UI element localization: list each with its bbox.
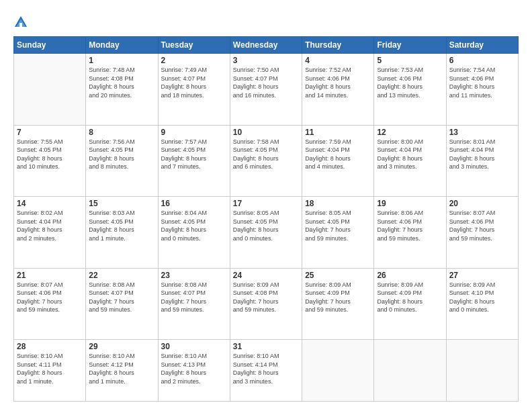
day-number: 26	[377, 271, 443, 280]
day-number: 4	[305, 56, 371, 65]
day-number: 5	[377, 56, 443, 65]
calendar-header-monday: Monday	[86, 37, 158, 54]
day-info: Sunrise: 8:10 AMSunset: 4:12 PMDaylight:…	[89, 352, 154, 385]
day-number: 8	[89, 128, 154, 137]
calendar-header-friday: Friday	[374, 37, 446, 54]
header	[13, 12, 519, 30]
day-info: Sunrise: 8:05 AMSunset: 4:05 PMDaylight:…	[305, 209, 371, 242]
calendar-cell: 3Sunrise: 7:50 AMSunset: 4:07 PMDaylight…	[230, 54, 302, 126]
day-info: Sunrise: 7:53 AMSunset: 4:06 PMDaylight:…	[377, 66, 443, 99]
calendar-cell: 29Sunrise: 8:10 AMSunset: 4:12 PMDayligh…	[86, 340, 158, 402]
calendar-header-thursday: Thursday	[302, 37, 374, 54]
calendar-header-sunday: Sunday	[14, 37, 86, 54]
day-number: 30	[161, 342, 227, 351]
day-info: Sunrise: 7:52 AMSunset: 4:06 PMDaylight:…	[305, 66, 371, 99]
day-number: 14	[17, 199, 83, 208]
day-info: Sunrise: 8:08 AMSunset: 4:07 PMDaylight:…	[161, 281, 227, 314]
day-info: Sunrise: 7:48 AMSunset: 4:08 PMDaylight:…	[89, 66, 154, 99]
day-info: Sunrise: 8:10 AMSunset: 4:11 PMDaylight:…	[17, 352, 83, 385]
day-number: 11	[305, 128, 371, 137]
day-info: Sunrise: 7:55 AMSunset: 4:05 PMDaylight:…	[17, 138, 83, 171]
day-number: 3	[233, 56, 299, 65]
calendar-cell: 11Sunrise: 7:59 AMSunset: 4:04 PMDayligh…	[302, 125, 374, 197]
day-number: 31	[233, 342, 299, 351]
day-number: 21	[17, 271, 83, 280]
calendar-cell: 25Sunrise: 8:09 AMSunset: 4:09 PMDayligh…	[302, 268, 374, 340]
day-info: Sunrise: 8:06 AMSunset: 4:06 PMDaylight:…	[377, 209, 443, 242]
calendar-week-row: 7Sunrise: 7:55 AMSunset: 4:05 PMDaylight…	[14, 125, 519, 197]
calendar-cell: 9Sunrise: 7:57 AMSunset: 4:05 PMDaylight…	[158, 125, 230, 197]
calendar-cell	[446, 340, 518, 402]
day-info: Sunrise: 7:58 AMSunset: 4:05 PMDaylight:…	[233, 138, 299, 171]
calendar-cell: 1Sunrise: 7:48 AMSunset: 4:08 PMDaylight…	[86, 54, 158, 126]
calendar-cell: 31Sunrise: 8:10 AMSunset: 4:14 PMDayligh…	[230, 340, 302, 402]
calendar-cell: 27Sunrise: 8:09 AMSunset: 4:10 PMDayligh…	[446, 268, 518, 340]
calendar-cell: 16Sunrise: 8:04 AMSunset: 4:05 PMDayligh…	[158, 197, 230, 269]
calendar-cell: 26Sunrise: 8:09 AMSunset: 4:09 PMDayligh…	[374, 268, 446, 340]
day-info: Sunrise: 8:04 AMSunset: 4:05 PMDaylight:…	[161, 209, 227, 242]
logo	[13, 15, 30, 30]
day-info: Sunrise: 8:09 AMSunset: 4:10 PMDaylight:…	[449, 281, 515, 314]
calendar-header-saturday: Saturday	[446, 37, 518, 54]
day-number: 7	[17, 128, 83, 137]
day-number: 9	[161, 128, 227, 137]
calendar-cell: 12Sunrise: 8:00 AMSunset: 4:04 PMDayligh…	[374, 125, 446, 197]
calendar-header-row: SundayMondayTuesdayWednesdayThursdayFrid…	[14, 37, 519, 54]
day-number: 25	[305, 271, 371, 280]
day-info: Sunrise: 7:57 AMSunset: 4:05 PMDaylight:…	[161, 138, 227, 171]
day-number: 20	[449, 199, 515, 208]
day-info: Sunrise: 8:03 AMSunset: 4:05 PMDaylight:…	[89, 209, 154, 242]
calendar-week-row: 28Sunrise: 8:10 AMSunset: 4:11 PMDayligh…	[14, 340, 519, 402]
calendar-cell: 18Sunrise: 8:05 AMSunset: 4:05 PMDayligh…	[302, 197, 374, 269]
calendar-cell: 21Sunrise: 8:07 AMSunset: 4:06 PMDayligh…	[14, 268, 86, 340]
page: SundayMondayTuesdayWednesdayThursdayFrid…	[0, 0, 532, 411]
day-info: Sunrise: 7:50 AMSunset: 4:07 PMDaylight:…	[233, 66, 299, 99]
calendar-week-row: 21Sunrise: 8:07 AMSunset: 4:06 PMDayligh…	[14, 268, 519, 340]
calendar-cell: 10Sunrise: 7:58 AMSunset: 4:05 PMDayligh…	[230, 125, 302, 197]
calendar-cell	[374, 340, 446, 402]
calendar-cell: 7Sunrise: 7:55 AMSunset: 4:05 PMDaylight…	[14, 125, 86, 197]
calendar-cell: 19Sunrise: 8:06 AMSunset: 4:06 PMDayligh…	[374, 197, 446, 269]
day-number: 2	[161, 56, 227, 65]
calendar-cell: 20Sunrise: 8:07 AMSunset: 4:06 PMDayligh…	[446, 197, 518, 269]
day-info: Sunrise: 8:05 AMSunset: 4:05 PMDaylight:…	[233, 209, 299, 242]
day-info: Sunrise: 8:08 AMSunset: 4:07 PMDaylight:…	[89, 281, 154, 314]
day-info: Sunrise: 8:01 AMSunset: 4:04 PMDaylight:…	[449, 138, 515, 171]
day-number: 19	[377, 199, 443, 208]
day-number: 6	[449, 56, 515, 65]
day-number: 23	[161, 271, 227, 280]
day-info: Sunrise: 7:54 AMSunset: 4:06 PMDaylight:…	[449, 66, 515, 99]
day-number: 15	[89, 199, 154, 208]
calendar-cell: 23Sunrise: 8:08 AMSunset: 4:07 PMDayligh…	[158, 268, 230, 340]
calendar-cell: 6Sunrise: 7:54 AMSunset: 4:06 PMDaylight…	[446, 54, 518, 126]
day-number: 13	[449, 128, 515, 137]
calendar-header-wednesday: Wednesday	[230, 37, 302, 54]
calendar-cell: 22Sunrise: 8:08 AMSunset: 4:07 PMDayligh…	[86, 268, 158, 340]
day-number: 17	[233, 199, 299, 208]
day-number: 22	[89, 271, 154, 280]
day-info: Sunrise: 7:49 AMSunset: 4:07 PMDaylight:…	[161, 66, 227, 99]
calendar-cell: 30Sunrise: 8:10 AMSunset: 4:13 PMDayligh…	[158, 340, 230, 402]
day-info: Sunrise: 8:09 AMSunset: 4:09 PMDaylight:…	[305, 281, 371, 314]
calendar-cell: 17Sunrise: 8:05 AMSunset: 4:05 PMDayligh…	[230, 197, 302, 269]
calendar-cell: 8Sunrise: 7:56 AMSunset: 4:05 PMDaylight…	[86, 125, 158, 197]
day-info: Sunrise: 8:07 AMSunset: 4:06 PMDaylight:…	[449, 209, 515, 242]
calendar-cell: 24Sunrise: 8:09 AMSunset: 4:08 PMDayligh…	[230, 268, 302, 340]
logo-icon	[13, 15, 28, 30]
day-info: Sunrise: 8:10 AMSunset: 4:13 PMDaylight:…	[161, 352, 227, 385]
day-info: Sunrise: 7:56 AMSunset: 4:05 PMDaylight:…	[89, 138, 154, 171]
day-info: Sunrise: 8:02 AMSunset: 4:04 PMDaylight:…	[17, 209, 83, 242]
calendar-cell: 2Sunrise: 7:49 AMSunset: 4:07 PMDaylight…	[158, 54, 230, 126]
day-info: Sunrise: 7:59 AMSunset: 4:04 PMDaylight:…	[305, 138, 371, 171]
day-info: Sunrise: 8:07 AMSunset: 4:06 PMDaylight:…	[17, 281, 83, 314]
day-number: 24	[233, 271, 299, 280]
calendar-cell	[14, 54, 86, 126]
calendar-table: SundayMondayTuesdayWednesdayThursdayFrid…	[13, 36, 519, 402]
day-info: Sunrise: 8:09 AMSunset: 4:09 PMDaylight:…	[377, 281, 443, 314]
day-info: Sunrise: 8:00 AMSunset: 4:04 PMDaylight:…	[377, 138, 443, 171]
calendar-header-tuesday: Tuesday	[158, 37, 230, 54]
calendar-cell: 14Sunrise: 8:02 AMSunset: 4:04 PMDayligh…	[14, 197, 86, 269]
day-number: 27	[449, 271, 515, 280]
day-number: 10	[233, 128, 299, 137]
calendar-cell: 5Sunrise: 7:53 AMSunset: 4:06 PMDaylight…	[374, 54, 446, 126]
